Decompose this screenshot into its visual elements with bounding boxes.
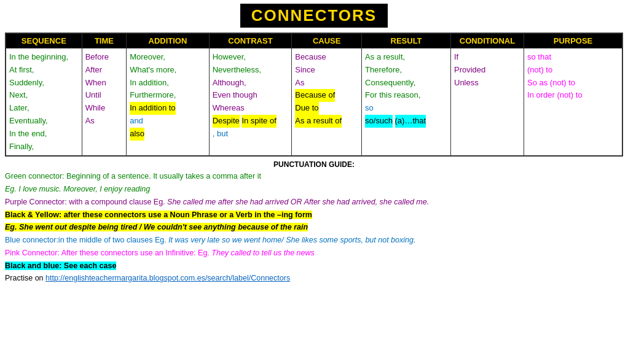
header-sequence: SEQUENCE: [6, 33, 82, 48]
pink-note-line: Pink Connector: After these connectors u…: [5, 247, 623, 259]
seq-item-4: Next,: [9, 89, 79, 102]
black-yellow-note-text: Black & Yellow: after these connectors u…: [5, 211, 312, 219]
purp-item-2: (not) to: [527, 64, 619, 77]
con-item-5: Whereas: [213, 102, 289, 115]
cell-result: As a result, Therefore, Consequently, Fo…: [362, 48, 451, 157]
seq-item-5: Later,: [9, 102, 79, 115]
res-item-6: so/such: [365, 115, 393, 128]
con-item-7: In spite of: [241, 115, 276, 128]
blue-note-text: Blue connector:in the middle of two clau…: [5, 236, 167, 244]
page-title: CONNECTORS: [240, 4, 388, 28]
notes-area: PUNCTUATION GUIDE: Green connector: Begi…: [5, 160, 623, 284]
sequence-content: In the beginning, At first, Suddenly, Ne…: [9, 51, 79, 153]
result-content: As a result, Therefore, Consequently, Fo…: [365, 51, 447, 128]
res-item-5: so: [365, 102, 447, 115]
punctuation-label: PUNCTUATION GUIDE:: [5, 160, 623, 169]
seq-item-3: Suddenly,: [9, 77, 79, 90]
time-item-6: As: [85, 115, 123, 128]
purp-item-4: In order (not) to: [527, 89, 619, 102]
green-example: Eg. I love music. Moreover, I enjoy read…: [5, 184, 623, 195]
header-cause: CAUSE: [292, 33, 362, 48]
res-item-4: For this reason,: [365, 89, 447, 102]
conditional-content: If Provided Unless: [454, 51, 520, 89]
res-item-3: Consequently,: [365, 77, 447, 90]
cond-item-3: Unless: [454, 77, 520, 90]
cell-contrast: However, Nevertheless, Although, Even th…: [209, 48, 292, 157]
add-item-1: Moreover,: [130, 51, 206, 64]
title-area: CONNECTORS: [5, 4, 623, 28]
res-item-2: Therefore,: [365, 64, 447, 77]
add-item-4: Furthermore,: [130, 89, 206, 102]
practise-line: Practise on http://englishteachermargari…: [5, 273, 623, 284]
cause-item-6: As a result of: [295, 115, 342, 128]
cell-sequence: In the beginning, At first, Suddenly, Ne…: [6, 48, 82, 157]
header-purpose: PURPOSE: [524, 33, 622, 48]
connectors-table: SEQUENCE TIME ADDITION CONTRAST CAUSE RE…: [5, 33, 623, 157]
con-item-4: Even though: [213, 89, 289, 102]
black-yellow-example-line: Eg. She went out despite being tired / W…: [5, 222, 623, 233]
con-item-6: Despite: [213, 115, 240, 128]
add-item-3: In addition,: [130, 77, 206, 90]
cause-item-2: Since: [295, 64, 358, 77]
blue-example-text: It was very late so we went home/ She li…: [168, 236, 415, 244]
purple-example-text: She called me after she had arrived OR A…: [167, 198, 429, 206]
practise-label: Practise on: [5, 274, 44, 282]
header-result: RESULT: [362, 33, 451, 48]
add-item-6: and: [130, 115, 206, 128]
seq-item-6: Eventually,: [9, 115, 79, 128]
res-item-1: As a result,: [365, 51, 447, 64]
green-note-text: Green connector: Beginning of a sentence…: [5, 172, 261, 180]
black-yellow-example-text: Eg. She went out despite being tired / W…: [5, 223, 308, 231]
page-wrapper: CONNECTORS SEQUENCE TIME ADDITION CONTRA…: [0, 0, 628, 289]
black-blue-label: Black and blue: See each case: [5, 261, 116, 270]
cause-item-1: Because: [295, 51, 358, 64]
connectors-link[interactable]: http://englishteachermargarita.blogspot.…: [45, 274, 290, 282]
header-time: TIME: [82, 33, 126, 48]
time-item-2: After: [85, 64, 123, 77]
purp-item-1: so that: [527, 51, 619, 64]
seq-item-8: Finally,: [9, 141, 79, 153]
cond-item-1: If: [454, 51, 520, 64]
cell-addition: Moreover, What's more, In addition, Furt…: [127, 48, 210, 157]
black-yellow-note-line: Black & Yellow: after these connectors u…: [5, 209, 623, 221]
res-item-7: (a)…that: [395, 115, 426, 128]
addition-content: Moreover, What's more, In addition, Furt…: [130, 51, 206, 141]
con-item-1: However,: [213, 51, 289, 64]
header-contrast: CONTRAST: [209, 33, 292, 48]
pink-note-text: Pink Connector: After these connectors u…: [5, 249, 210, 257]
time-item-1: Before: [85, 51, 123, 64]
time-item-4: Until: [85, 89, 123, 102]
purp-item-3: So as (not) to: [527, 77, 619, 90]
con-item-2: Nevertheless,: [213, 64, 289, 77]
header-addition: ADDITION: [127, 33, 210, 48]
time-item-3: When: [85, 77, 123, 90]
black-blue-line: Black and blue: See each case: [5, 260, 623, 272]
cause-item-3: As: [295, 77, 358, 90]
time-content: Before After When Until While As: [85, 51, 123, 128]
purple-note-line: Purple Connector: with a compound clause…: [5, 196, 623, 208]
add-item-2: What's more,: [130, 64, 206, 77]
cond-item-2: Provided: [454, 64, 520, 77]
cell-cause: Because Since As Because of Due to As a …: [292, 48, 362, 157]
cause-item-5: Due to: [295, 102, 318, 115]
cause-content: Because Since As Because of Due to As a …: [295, 51, 358, 128]
cell-time: Before After When Until While As: [82, 48, 126, 157]
purpose-content: so that (not) to So as (not) to In order…: [527, 51, 619, 102]
blue-note-line: Blue connector:in the middle of two clau…: [5, 234, 623, 246]
seq-item-1: In the beginning,: [9, 51, 79, 64]
green-note: Green connector: Beginning of a sentence…: [5, 171, 623, 182]
add-item-5: In addition to: [130, 102, 175, 115]
con-item-3: Although,: [213, 77, 289, 90]
purple-note-text: Purple Connector: with a compound clause…: [5, 198, 165, 206]
add-item-7: also: [130, 128, 144, 141]
cause-item-4: Because of: [295, 89, 335, 102]
seq-item-7: In the end,: [9, 128, 79, 141]
seq-item-2: At first,: [9, 64, 79, 77]
cell-conditional: If Provided Unless: [451, 48, 524, 157]
time-item-5: While: [85, 102, 123, 115]
green-example-text: Eg. I love music. Moreover, I enjoy read…: [5, 185, 150, 193]
contrast-content: However, Nevertheless, Although, Even th…: [213, 51, 289, 141]
con-item-8: , but: [213, 128, 289, 141]
header-conditional: CONDITIONAL: [451, 33, 524, 48]
pink-example-text: They called to tell us the news: [211, 249, 314, 257]
